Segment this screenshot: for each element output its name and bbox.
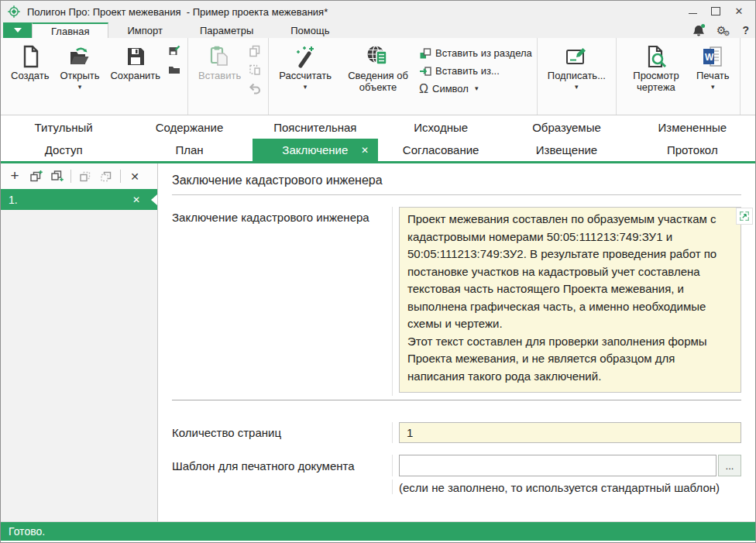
ribbon-group-signature: Подписать... ▾ xyxy=(538,38,617,115)
record-close-icon[interactable]: ✕ xyxy=(132,194,140,205)
ribbon-tab-parametry[interactable]: Параметры xyxy=(181,22,272,38)
app-window: Полигон Про: Проект межевания - Пример п… xyxy=(0,0,756,543)
copy-button[interactable] xyxy=(248,44,262,58)
app-logo-icon xyxy=(7,5,21,19)
form-content: Заключение кадастрового инженера Заключе… xyxy=(158,163,755,521)
open-button[interactable]: Открыть ▾ xyxy=(54,40,105,91)
record-item-1[interactable]: 1. ✕ xyxy=(1,189,157,210)
ribbon-tab-pomoshch[interactable]: Помощь xyxy=(272,22,348,38)
maximize-icon xyxy=(711,7,720,15)
tab-label: Пояснительная xyxy=(273,121,356,134)
tab-protokol[interactable]: Протокол xyxy=(630,139,755,161)
signature-icon xyxy=(564,44,589,69)
settings-button[interactable]: ⚙⚙ xyxy=(716,25,733,36)
dropdown-caret-icon: ▾ xyxy=(78,84,82,91)
tab-soderzhanie[interactable]: Содержание xyxy=(126,115,252,139)
sign-label: Подписать... xyxy=(548,70,606,82)
tab-dostup[interactable]: Доступ xyxy=(1,139,126,161)
ribbon-tab-glavnaya[interactable]: Главная xyxy=(32,22,108,38)
ribbon-group-file: Создать Открыть ▾ Сохран xyxy=(1,38,188,115)
copy-icon xyxy=(249,45,261,57)
insert-from-section-icon xyxy=(419,47,431,60)
tab-titulnyy[interactable]: Титульный xyxy=(1,115,126,139)
new-label: Создать xyxy=(11,70,49,82)
tab-iskhodnye[interactable]: Исходные xyxy=(378,115,503,139)
tab-poyasnitelnaya[interactable]: Пояснительная xyxy=(253,115,378,139)
save-button[interactable]: Сохранить xyxy=(105,40,166,82)
title-bar: Полигон Про: Проект межевания - Пример п… xyxy=(1,1,755,22)
status-bar: Готово. xyxy=(1,521,755,541)
records-toolbar: + xyxy=(1,163,157,189)
add-record-button[interactable]: + xyxy=(8,170,22,184)
calculate-button[interactable]: Рассчитать ▾ xyxy=(273,40,337,91)
ribbon-tab-label: Импорт xyxy=(127,25,162,36)
drawing-preview-label: Просмотр чертежа xyxy=(627,70,686,94)
main-menu-button[interactable] xyxy=(3,22,32,38)
undo-button[interactable] xyxy=(248,81,262,95)
gear-small-icon: ⚙ xyxy=(723,30,730,37)
copy-record-icon xyxy=(79,170,92,183)
duplicate-record-button[interactable] xyxy=(29,170,43,184)
insert-from-section-label: Вставить из раздела xyxy=(435,47,532,59)
print-button[interactable]: W Печать ▾ xyxy=(691,40,735,91)
plus-icon: + xyxy=(10,168,19,183)
duplicate-record-alt-button[interactable] xyxy=(50,170,64,184)
delete-record-button[interactable]: ✕ xyxy=(128,170,142,184)
close-button[interactable]: ✕ xyxy=(727,1,751,21)
symbol-button[interactable]: Ω Символ ▾ xyxy=(419,81,532,97)
maximize-button[interactable] xyxy=(704,1,727,21)
magic-wand-icon xyxy=(293,44,318,69)
paste-record-button[interactable] xyxy=(99,170,113,184)
page-title: Заключение кадастрового инженера xyxy=(172,171,741,195)
tab-label: План xyxy=(175,143,203,156)
template-label: Шаблон для печатного документа xyxy=(172,459,392,473)
ribbon-tab-import[interactable]: Импорт xyxy=(108,22,180,38)
sign-button[interactable]: Подписать... ▾ xyxy=(542,40,611,91)
minimize-button[interactable] xyxy=(681,1,704,21)
insert-from-button[interactable]: Вставить из... xyxy=(419,63,532,79)
undo-icon xyxy=(249,82,261,95)
browse-button[interactable]: ... xyxy=(718,455,741,476)
conclusion-row: Заключение кадастрового инженера Проект … xyxy=(172,207,741,396)
help-button[interactable]: ? xyxy=(742,24,749,36)
open-folder-icon xyxy=(67,44,92,69)
insert-from-section-button[interactable]: Вставить из раздела xyxy=(419,45,532,61)
pages-label: Количество страниц xyxy=(172,426,392,439)
selected-record-pointer xyxy=(151,194,157,205)
ribbon-group-actions: Рассчитать ▾ Сведения об объекте xyxy=(269,38,538,115)
tab-izveshchenie[interactable]: Извещение xyxy=(503,139,629,161)
conclusion-textarea[interactable]: Проект межевания составлен по образуемым… xyxy=(399,207,741,393)
new-button[interactable]: Создать xyxy=(5,40,54,82)
folder-icon xyxy=(168,64,180,76)
open-recent-button[interactable] xyxy=(167,63,181,77)
template-row: Шаблон для печатного документа ... xyxy=(172,455,741,476)
omega-icon: Ω xyxy=(419,83,428,95)
expand-icon xyxy=(738,210,751,222)
save-as-button[interactable] xyxy=(167,44,181,58)
tab-soglasovanie[interactable]: Согласование xyxy=(378,139,503,161)
word-document-icon: W xyxy=(700,44,725,69)
object-info-button[interactable]: Сведения об объекте xyxy=(337,40,419,94)
window-title: Полигон Про: Проект межевания - Пример п… xyxy=(27,6,328,18)
toolbar-separator xyxy=(120,170,121,183)
copy-record-button[interactable] xyxy=(78,170,92,184)
expand-editor-button[interactable] xyxy=(736,208,753,225)
tab-close-icon[interactable]: ✕ xyxy=(361,145,369,156)
tab-izmenennye[interactable]: Измененные xyxy=(630,115,755,139)
tab-zaklyuchenie[interactable]: Заключение ✕ xyxy=(253,139,378,161)
notifications-button[interactable] xyxy=(692,23,706,37)
tab-plan[interactable]: План xyxy=(126,139,252,161)
section-divider xyxy=(172,400,741,400)
tab-label: Измененные xyxy=(658,121,727,134)
pages-input[interactable] xyxy=(399,422,741,443)
ribbon-tab-strip: Главная Импорт Параметры Помощь ⚙⚙ ? xyxy=(1,22,755,38)
tab-obrazuemye[interactable]: Образуемые xyxy=(503,115,629,139)
drawing-preview-button[interactable]: Просмотр чертежа xyxy=(621,40,691,94)
paste-special-button[interactable] xyxy=(248,63,262,77)
question-icon: ? xyxy=(742,24,749,36)
template-input[interactable] xyxy=(399,455,716,476)
ribbon-tab-label: Главная xyxy=(51,26,89,37)
paste-button[interactable]: Вставить xyxy=(193,40,246,82)
dropdown-caret-icon: ▾ xyxy=(711,84,715,91)
drawing-preview-icon xyxy=(644,44,668,69)
